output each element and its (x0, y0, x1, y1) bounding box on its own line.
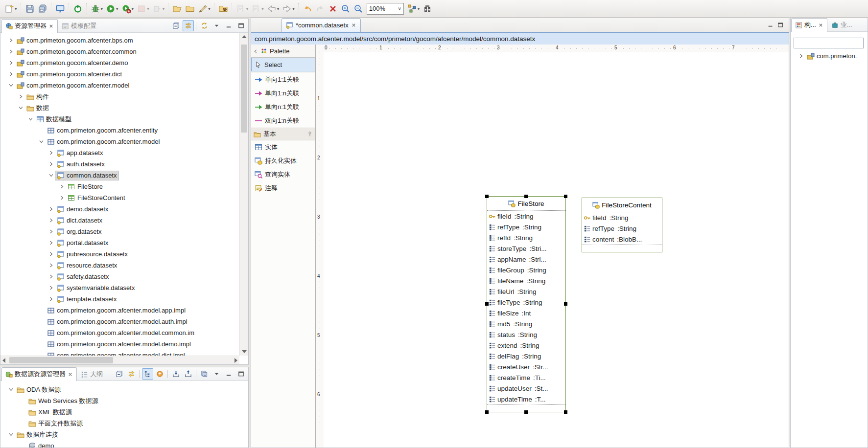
expander-chevron-icon[interactable] (798, 53, 805, 59)
dropdown-arrow-icon[interactable]: ▾ (292, 6, 295, 11)
palette-tool-select[interactable]: Select (251, 58, 315, 71)
back-button[interactable]: ▾ (265, 2, 281, 16)
tab-template-config[interactable]: 模板配置 (58, 19, 100, 33)
expander-chevron-icon[interactable] (7, 83, 15, 88)
maximize-icon[interactable] (235, 368, 247, 380)
view-menu-icon[interactable] (211, 20, 222, 31)
run-as-button[interactable]: ▾ (120, 2, 136, 16)
tree-row[interactable]: 数据 (0, 102, 239, 113)
find-button[interactable] (421, 2, 434, 16)
delete-button[interactable] (327, 2, 339, 16)
tree-row[interactable]: resource.datasetx (0, 260, 239, 271)
entity-title[interactable]: FileStoreContent (582, 198, 662, 212)
selection-handle[interactable] (564, 410, 567, 414)
layout-button[interactable]: ▾ (406, 2, 422, 16)
pin-icon[interactable] (307, 131, 313, 137)
step-button[interactable]: ▾ (151, 2, 166, 16)
close-icon[interactable] (351, 22, 356, 28)
palette-relation-tool[interactable]: 单向1:n关联 (251, 87, 315, 100)
entity-field-row[interactable]: status :String (487, 329, 565, 340)
selection-handle[interactable] (564, 195, 567, 198)
breadcrumb[interactable]: com.primeton.gocom.afcenter.model/src/co… (251, 32, 789, 45)
entity-box-filestore[interactable]: FileStore fileId :String refType :String (487, 196, 566, 412)
maximize-icon[interactable] (235, 20, 247, 31)
tree-row[interactable]: com.primeton. (791, 50, 868, 62)
entity-field-row[interactable]: extend :String (487, 340, 565, 351)
entity-field-row[interactable]: createTime :Ti... (487, 372, 565, 383)
tree-row[interactable]: com.primeton.gocom.afcenter.model.dict.i… (0, 350, 239, 356)
horizontal-scrollbar[interactable] (0, 356, 239, 364)
entity-field-row[interactable]: fileSize :Int (487, 308, 565, 318)
hierarchy-view-icon[interactable] (142, 368, 153, 380)
zoom-out-button[interactable] (352, 2, 365, 16)
selection-handle[interactable] (524, 410, 528, 414)
run-button[interactable]: ▾ (104, 2, 120, 16)
tree-row[interactable]: 数据库连接 (0, 429, 248, 440)
expander-chevron-icon[interactable] (47, 251, 55, 257)
stop-button[interactable]: ▾ (135, 2, 151, 16)
filter-input[interactable] (794, 38, 864, 48)
tree-row[interactable]: demo (0, 440, 248, 448)
expander-chevron-icon[interactable] (7, 71, 15, 77)
console-button[interactable] (54, 2, 67, 16)
tree-row[interactable]: com.primeton.gocom.afcenter.model (0, 136, 239, 147)
tree-row[interactable]: com.primeton.gocom.afcenter.demo (0, 57, 239, 68)
view-menu-icon[interactable] (211, 368, 222, 380)
save-button[interactable] (23, 2, 36, 16)
dropdown-arrow-icon[interactable]: ▾ (101, 6, 103, 11)
entity-field-row[interactable]: fileName :String (487, 275, 565, 286)
tree-row[interactable]: com.primeton.gocom.afcenter.model.app.im… (0, 305, 239, 316)
tree-row[interactable]: portal.datasetx (0, 237, 239, 248)
tree-row[interactable]: FileStore (0, 181, 239, 192)
expander-chevron-icon[interactable] (47, 263, 55, 268)
dropdown-arrow-icon[interactable]: ▾ (277, 6, 280, 11)
entity-field-row[interactable]: fileId :String (487, 211, 565, 222)
palette-relation-tool[interactable]: 双向1:n关联 (251, 114, 315, 128)
forward-button[interactable]: ▾ (281, 2, 296, 16)
expander-chevron-icon[interactable] (27, 116, 34, 122)
tree-row[interactable]: demo.datasetx (0, 203, 239, 215)
palette-relation-tool[interactable]: 单向1:1关联 (251, 73, 315, 87)
link-with-editor-icon[interactable] (126, 368, 137, 380)
expander-chevron-icon[interactable] (7, 38, 15, 43)
tree-row[interactable]: 构件 (0, 91, 239, 102)
tree-row[interactable]: dict.datasetx (0, 215, 239, 226)
palette-group-basic[interactable]: 基本 (251, 128, 315, 140)
zoom-level-select[interactable]: 100% ∨ (367, 3, 404, 15)
selection-handle[interactable] (564, 302, 567, 306)
tree-row[interactable]: Web Services 数据源 (0, 395, 248, 406)
scrollbar-thumb[interactable] (9, 357, 113, 363)
tree-row[interactable]: XML 数据源 (0, 406, 248, 418)
dropdown-arrow-icon[interactable]: ▾ (418, 6, 420, 11)
validate-button[interactable]: ▾ (235, 2, 250, 16)
tree-row[interactable]: com.primeton.gocom.afcenter.common (0, 46, 239, 57)
folder-button[interactable] (184, 2, 196, 16)
dropdown-arrow-icon[interactable]: ▾ (147, 6, 149, 11)
entity-field-row[interactable]: updateTime :T... (487, 394, 565, 404)
close-icon[interactable] (48, 23, 54, 29)
undo-button[interactable] (301, 2, 314, 16)
entity-title[interactable]: FileStore (487, 197, 565, 211)
tree-row[interactable]: safety.datasetx (0, 271, 239, 282)
scroll-left-arrow[interactable] (2, 358, 5, 363)
tab-components[interactable]: 构... (791, 18, 827, 32)
open-folder-button[interactable] (171, 2, 184, 16)
scroll-up-arrow[interactable] (242, 35, 247, 38)
entity-field-row[interactable]: fileId :String (582, 212, 662, 223)
expander-chevron-icon[interactable] (47, 218, 55, 223)
expander-chevron-icon[interactable] (7, 60, 15, 66)
deploy-folder-button[interactable] (217, 2, 230, 16)
scroll-down-arrow[interactable] (242, 350, 247, 353)
collapse-all-icon[interactable] (170, 20, 182, 31)
diagram-canvas[interactable]: FileStore fileId :String refType :String (324, 52, 789, 448)
entity-field-row[interactable]: fileType :String (487, 297, 565, 308)
tree-row[interactable]: com.primeton.gocom.afcenter.bps.om (0, 35, 239, 46)
tree-row[interactable]: com.primeton.gocom.afcenter.dict (0, 68, 239, 80)
tree-row[interactable]: com.primeton.gocom.afcenter.model.auth.i… (0, 316, 239, 327)
expander-chevron-icon[interactable] (7, 49, 15, 54)
save-all-button[interactable] (36, 2, 49, 16)
tree-row[interactable]: 平面文件数据源 (0, 418, 248, 429)
entity-field-row[interactable]: refType :String (487, 222, 565, 232)
upload-button[interactable]: ▾ (250, 2, 265, 16)
close-icon[interactable] (68, 372, 73, 377)
